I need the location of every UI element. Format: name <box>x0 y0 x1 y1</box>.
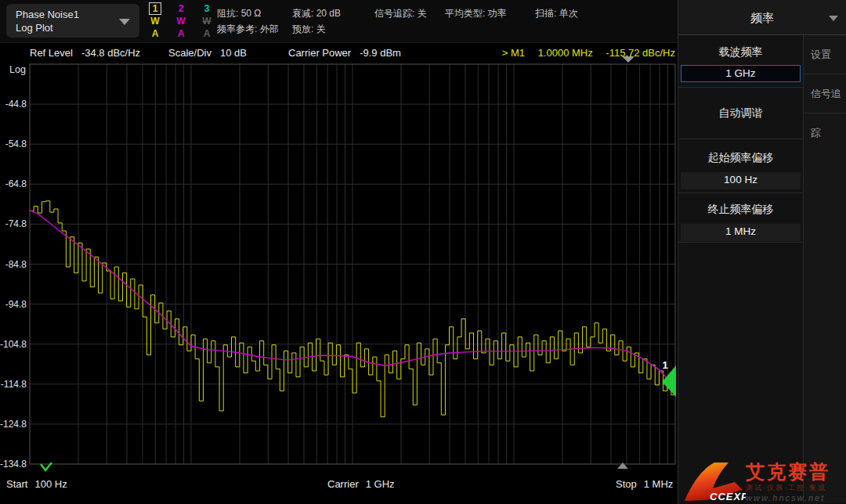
top-position-triangle-icon <box>622 56 634 63</box>
panel-title: 频率 <box>678 0 846 35</box>
start-offset-value[interactable]: 100 Hz <box>681 172 801 189</box>
phase-noise-plot-area: Ref Level-34.8 dBc/Hz Scale/Div10 dB Car… <box>0 43 678 504</box>
plot-canvas: 1 <box>0 43 678 504</box>
status-impedance-freqref: 阻抗: 50 Ω 频率参考: 外部 <box>217 5 279 37</box>
stop-offset-button[interactable]: 终止频率偏移 1 MHz <box>678 193 803 243</box>
stop-offset-value[interactable]: 1 MHz <box>681 224 801 241</box>
start-frequency-label: Start100 Hz <box>6 478 67 490</box>
accexp-logo-icon: CCEXP <box>680 460 746 504</box>
watermark-tagline: 测试·仪器·工控·集成 <box>746 483 846 493</box>
start-offset-button[interactable]: 起始频率偏移 100 Hz <box>678 139 803 193</box>
watermark-url: www.hncsw.net <box>746 493 846 502</box>
grid-lines <box>30 64 675 464</box>
measurement-name: Phase Noise1 <box>16 8 130 21</box>
trace-1-indicator[interactable]: 1 W A <box>146 2 164 40</box>
carrier-frequency-button[interactable]: 载波频率 1 GHz <box>678 35 803 88</box>
measurement-selector[interactable]: Phase Noise1 Log Plot <box>6 4 139 38</box>
trace-3-indicator[interactable]: 3 W A <box>198 2 215 40</box>
trace-2-indicator[interactable]: 2 W A <box>172 2 190 40</box>
status-average-type: 平均类型: 功率 <box>445 5 507 21</box>
watermark-brand-cn: 艾克赛普 <box>746 462 846 482</box>
panel-title-dropdown[interactable]: 频率 <box>678 0 846 35</box>
carrier-frequency-value[interactable]: 1 GHz <box>681 65 801 82</box>
auto-tune-button[interactable]: 自动调谐 <box>678 88 803 139</box>
trace-legend: 1 W A 2 W A 3 W A <box>146 2 215 40</box>
chevron-down-icon <box>829 16 838 21</box>
status-sweep: 扫描: 单次 <box>535 5 578 21</box>
svg-text:CCEXP: CCEXP <box>710 491 746 502</box>
panel-side-tabs: 设置 信号追踪 <box>803 35 846 503</box>
status-atten-preamp: 衰减: 20 dB 预放: 关 <box>292 5 341 37</box>
marker-m1-label: 1 <box>662 359 667 371</box>
top-status-bar: Phase Noise1 Log Plot 1 W A 2 W A 3 W A … <box>0 0 678 43</box>
tab-settings[interactable]: 设置 <box>804 35 846 74</box>
carrier-frequency-label: Carrier1 GHz <box>327 478 395 490</box>
chevron-down-icon <box>119 19 130 25</box>
vendor-watermark: CCEXP 艾克赛普 测试·仪器·工控·集成 www.hncsw.net <box>678 460 846 504</box>
stop-frequency-label: Stop1 MHz <box>616 478 673 490</box>
tab-signal-tracking[interactable]: 信号追踪 <box>804 74 846 113</box>
frequency-menu-panel: 频率 载波频率 1 GHz 自动调谐 起始频率偏移 100 Hz 终止频率偏移 … <box>678 0 846 504</box>
panel-buttons: 载波频率 1 GHz 自动调谐 起始频率偏移 100 Hz 终止频率偏移 1 M… <box>678 35 803 503</box>
status-signal-track: 信号追踪: 关 <box>374 5 427 21</box>
measurement-view: Log Plot <box>16 21 130 34</box>
